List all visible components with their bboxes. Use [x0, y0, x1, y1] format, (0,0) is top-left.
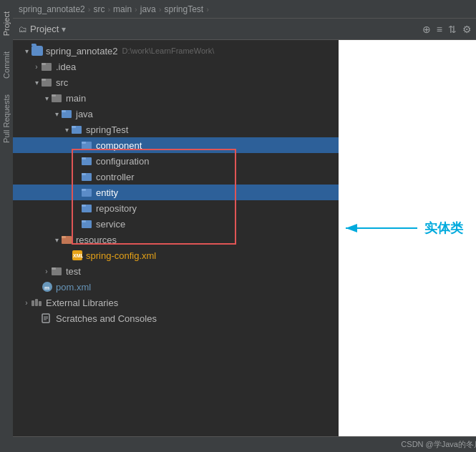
collapse-icon[interactable]: ≡	[437, 24, 442, 35]
tree-item-entity[interactable]: entity	[13, 185, 339, 200]
sidebar-tab-commit[interactable]: Commit	[0, 46, 13, 84]
tree-label-src: src	[56, 77, 68, 88]
tree-item-controller[interactable]: controller	[13, 169, 339, 185]
settings-icon[interactable]: ⚙	[462, 24, 472, 35]
tree-label-spring-config: spring-config.xml	[86, 250, 156, 261]
arrow-idea	[31, 63, 42, 71]
annotation-arrow-svg	[339, 217, 424, 239]
tree-item-service[interactable]: service	[13, 216, 339, 232]
arrow-test	[42, 267, 52, 275]
folder-icon-repository	[82, 203, 93, 213]
tree-label-springTest: springTest	[86, 124, 128, 135]
ext-libs-icon	[31, 298, 43, 308]
breadcrumb-sep-4: ›	[159, 5, 162, 14]
folder-icon-controller	[82, 172, 93, 182]
arrow-root	[21, 47, 31, 55]
footer: CSDN @学Java的冬瓜	[13, 436, 476, 452]
svg-rect-9	[72, 126, 76, 128]
sidebar-tab-project[interactable]: Project	[0, 6, 13, 41]
tree-label-configuration: configuration	[96, 156, 149, 167]
tree-item-idea[interactable]: .idea	[13, 59, 339, 74]
breadcrumb-item-3[interactable]: main	[113, 4, 132, 14]
folder-icon-src	[42, 77, 53, 87]
main-panel: spring_annotate2 › src › main › java › s…	[13, 0, 476, 452]
tree-item-springTest[interactable]: springTest	[13, 122, 339, 137]
tree-label-component: component	[96, 140, 142, 151]
sidebar-tabs: Project Commit Pull Requests	[0, 0, 13, 452]
tree-label-service: service	[96, 219, 125, 230]
tree-item-test[interactable]: test	[13, 263, 339, 279]
folder-icon-configuration	[82, 156, 93, 166]
svg-rect-1	[42, 63, 46, 65]
locate-icon[interactable]: ⊕	[422, 24, 431, 35]
breadcrumb-item-1[interactable]: spring_annotate2	[19, 4, 85, 14]
project-tree[interactable]: spring_annotate2 D:\work\LearnFrameWork\…	[13, 40, 339, 436]
header-toolbar: ⊕ ≡ ⇅ ⚙ −	[422, 24, 476, 35]
breadcrumb-item-4[interactable]: java	[140, 4, 156, 14]
tree-item-root[interactable]: spring_annotate2 D:\work\LearnFrameWork\	[13, 43, 339, 59]
svg-rect-13	[82, 157, 86, 159]
tree-label-entity: entity	[96, 187, 118, 198]
arrow-resources	[52, 236, 62, 244]
arrow-src	[31, 79, 42, 87]
tree-label-resources: resources	[76, 235, 117, 245]
sidebar-tab-pull[interactable]: Pull Requests	[0, 89, 13, 149]
breadcrumb-sep-3: ›	[135, 5, 137, 14]
folder-icon-main	[52, 93, 63, 103]
svg-rect-27	[52, 267, 56, 270]
xml-icon-spring-config: XML	[72, 250, 83, 261]
tree-item-component[interactable]: component	[13, 137, 339, 153]
arrow-main	[42, 94, 52, 102]
tree-item-spring-config[interactable]: XML spring-config.xml	[13, 247, 339, 263]
tree-label-idea: .idea	[56, 62, 76, 72]
sort-icon[interactable]: ⇅	[448, 24, 457, 35]
footer-text: CSDN @学Java的冬瓜	[401, 439, 476, 450]
entity-annotation: 实体类	[339, 217, 476, 239]
folder-icon-service	[82, 219, 93, 229]
svg-rect-30	[31, 300, 34, 306]
tree-item-src[interactable]: src	[13, 74, 339, 90]
tree-label-repository: repository	[96, 203, 137, 214]
svg-rect-21	[82, 220, 86, 222]
folder-icon-resources	[62, 235, 73, 245]
breadcrumb-item-5[interactable]: springTest	[164, 4, 203, 14]
folder-icon-header: 🗂	[19, 24, 27, 34]
project-title: 🗂 Project ▾	[19, 24, 418, 34]
arrow-ext-libs	[21, 299, 31, 307]
project-dropdown-icon[interactable]: ▾	[62, 24, 66, 34]
project-label: Project	[30, 24, 59, 34]
tree-label-pom: pom.xml	[56, 282, 91, 293]
tree-item-java[interactable]: java	[13, 106, 339, 122]
tree-item-pom[interactable]: m pom.xml	[13, 279, 339, 295]
svg-rect-17	[82, 189, 86, 191]
tree-label-controller: controller	[96, 172, 134, 182]
tree-path-root: D:\work\LearnFrameWork\	[122, 46, 214, 55]
svg-rect-11	[82, 142, 86, 144]
tree-label-test: test	[66, 266, 81, 277]
svg-rect-23	[62, 236, 66, 238]
breadcrumb-sep-5: ›	[206, 5, 209, 14]
tree-label-java: java	[76, 109, 93, 119]
breadcrumb-sep-2: ›	[107, 5, 110, 14]
tree-item-repository[interactable]: repository	[13, 200, 339, 216]
folder-icon-component	[82, 140, 93, 150]
tree-item-configuration[interactable]: configuration	[13, 153, 339, 169]
svg-rect-19	[82, 205, 86, 207]
project-panel-header: 🗂 Project ▾ ⊕ ≡ ⇅ ⚙ −	[13, 19, 476, 40]
annotation-area: 实体类	[339, 40, 476, 436]
breadcrumb-item-2[interactable]: src	[93, 4, 105, 14]
tree-item-ext-libs[interactable]: External Libraries	[13, 295, 339, 310]
entity-annotation-text: 实体类	[424, 220, 463, 237]
tree-label-root: spring_annotate2	[46, 46, 117, 56]
scratches-icon	[42, 313, 53, 323]
tree-item-resources[interactable]: resources	[13, 232, 339, 247]
svg-rect-5	[52, 94, 56, 97]
svg-rect-3	[42, 79, 46, 81]
folder-module-icon	[31, 46, 43, 56]
tree-item-scratches[interactable]: Scratches and Consoles	[13, 310, 339, 326]
pom-icon: m	[42, 281, 53, 293]
tree-label-scratches: Scratches and Consoles	[56, 313, 157, 324]
tree-item-main[interactable]: main	[13, 90, 339, 106]
folder-icon-idea	[42, 62, 53, 72]
breadcrumb-sep-1: ›	[88, 5, 91, 14]
